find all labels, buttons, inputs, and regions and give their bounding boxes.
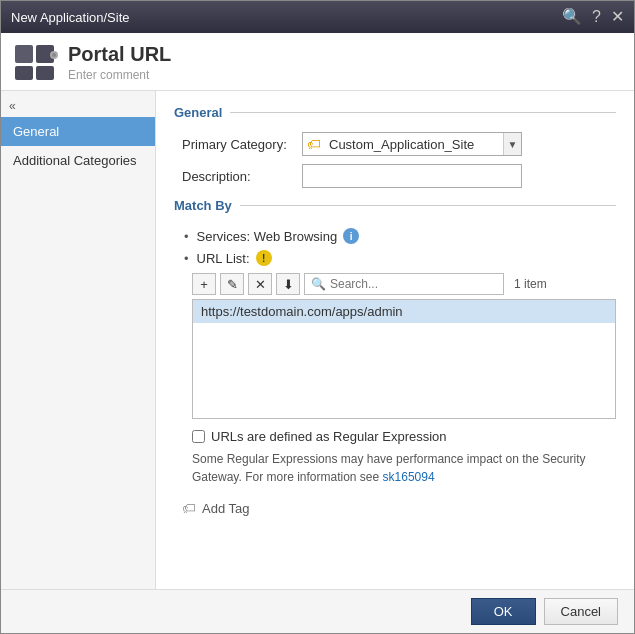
title-bar-left: New Application/Site bbox=[11, 10, 130, 25]
services-item: • Services: Web Browsing i bbox=[174, 225, 616, 247]
close-icon[interactable]: ✕ bbox=[611, 9, 624, 25]
info-text: Some Regular Expressions may have perfor… bbox=[192, 450, 612, 486]
url-list-row[interactable]: https://testdomain.com/apps/admin bbox=[193, 300, 615, 323]
url-search-box[interactable]: 🔍 bbox=[304, 273, 504, 295]
url-search-icon: 🔍 bbox=[311, 277, 326, 291]
info-link[interactable]: sk165094 bbox=[383, 470, 435, 484]
sidebar-item-additional-categories[interactable]: Additional Categories bbox=[1, 146, 155, 175]
general-section-title: General bbox=[174, 105, 222, 120]
match-by-section: Match By • Services: Web Browsing i • UR… bbox=[174, 198, 616, 486]
match-by-section-divider bbox=[240, 205, 616, 206]
url-list-item: • URL List: ! bbox=[174, 247, 616, 269]
sidebar: « General Additional Categories bbox=[1, 91, 156, 589]
tag-icon: 🏷 bbox=[182, 500, 196, 516]
url-list-toolbar: + ✎ ✕ ⬇ 🔍 1 item bbox=[192, 269, 616, 299]
ok-button[interactable]: OK bbox=[471, 598, 536, 625]
primary-category-dropdown[interactable]: 🏷 Custom_Application_Site ▼ bbox=[302, 132, 522, 156]
general-section-header: General bbox=[174, 105, 616, 120]
logo-cell-br bbox=[36, 66, 54, 80]
url-search-input[interactable] bbox=[330, 277, 497, 291]
match-by-section-title: Match By bbox=[174, 198, 232, 213]
general-section-divider bbox=[230, 112, 616, 113]
logo-dot bbox=[50, 51, 58, 59]
url-list-label: URL List: bbox=[197, 251, 250, 266]
search-icon[interactable]: 🔍 bbox=[562, 9, 582, 25]
description-row: Description: bbox=[174, 164, 616, 188]
url-item-count: 1 item bbox=[514, 277, 547, 291]
content-area: « General Additional Categories General … bbox=[1, 91, 634, 589]
primary-category-row: Primary Category: 🏷 Custom_Application_S… bbox=[174, 132, 616, 156]
regex-checkbox-label: URLs are defined as Regular Expression bbox=[211, 429, 447, 444]
header-title: Portal URL bbox=[68, 43, 620, 66]
footer: OK Cancel bbox=[1, 589, 634, 633]
category-icon: 🏷 bbox=[303, 136, 325, 152]
remove-url-button[interactable]: ✕ bbox=[248, 273, 272, 295]
primary-category-value: Custom_Application_Site bbox=[325, 135, 503, 154]
description-input[interactable] bbox=[302, 164, 522, 188]
dialog-title: New Application/Site bbox=[11, 10, 130, 25]
description-label: Description: bbox=[182, 169, 302, 184]
services-info-icon[interactable]: i bbox=[343, 228, 359, 244]
regex-checkbox-row: URLs are defined as Regular Expression bbox=[192, 429, 616, 444]
services-label: Services: Web Browsing bbox=[197, 229, 338, 244]
header-text: Portal URL Enter comment bbox=[68, 43, 620, 82]
dropdown-arrow-icon[interactable]: ▼ bbox=[503, 133, 521, 155]
main-content: General Primary Category: 🏷 Custom_Appli… bbox=[156, 91, 634, 589]
cancel-button[interactable]: Cancel bbox=[544, 598, 618, 625]
match-by-section-header: Match By bbox=[174, 198, 616, 213]
add-tag-label: Add Tag bbox=[202, 501, 249, 516]
logo-cell-tl bbox=[15, 45, 33, 63]
title-bar-icons: 🔍 ? ✕ bbox=[562, 9, 624, 25]
url-list-container: https://testdomain.com/apps/admin bbox=[192, 299, 616, 419]
add-tag-row[interactable]: 🏷 Add Tag bbox=[174, 500, 616, 516]
sidebar-collapse-button[interactable]: « bbox=[1, 95, 155, 117]
edit-url-button[interactable]: ✎ bbox=[220, 273, 244, 295]
download-url-button[interactable]: ⬇ bbox=[276, 273, 300, 295]
primary-category-label: Primary Category: bbox=[182, 137, 302, 152]
header-subtitle: Enter comment bbox=[68, 68, 620, 82]
add-url-button[interactable]: + bbox=[192, 273, 216, 295]
title-bar: New Application/Site 🔍 ? ✕ bbox=[1, 1, 634, 33]
services-bullet: • bbox=[184, 229, 189, 244]
help-icon[interactable]: ? bbox=[592, 9, 601, 25]
app-logo bbox=[15, 45, 54, 80]
regex-checkbox[interactable] bbox=[192, 430, 205, 443]
url-list-bullet: • bbox=[184, 251, 189, 266]
sidebar-item-general[interactable]: General bbox=[1, 117, 155, 146]
url-list-warning-icon[interactable]: ! bbox=[256, 250, 272, 266]
dialog: New Application/Site 🔍 ? ✕ Portal URL En… bbox=[0, 0, 635, 634]
logo-cell-bl bbox=[15, 66, 33, 80]
header-section: Portal URL Enter comment bbox=[1, 33, 634, 91]
